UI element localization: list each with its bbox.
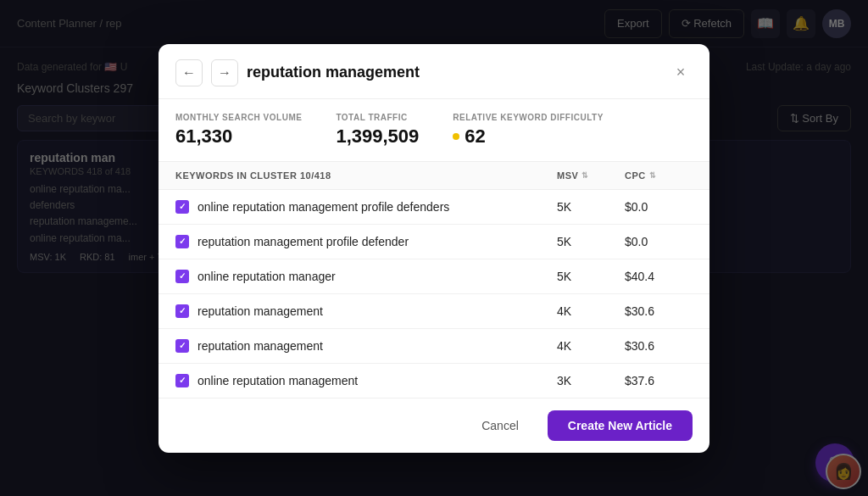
modal-title: reputation management [247,64,660,81]
msv-value: 61,330 [175,125,302,148]
keyword-text: online reputation management [198,374,358,387]
msv-label: MONTHLY SEARCH VOLUME [175,113,302,122]
table-row: online reputation management 3K $37.6 [159,364,709,398]
cpc-cell: $37.6 [625,374,693,387]
traffic-label: TOTAL TRAFFIC [336,113,419,122]
msv-cell: 5K [557,235,625,248]
table-header: KEYWORDS IN CLUSTER 10/418 MSV ⇅ CPC ⇅ [159,162,709,190]
msv-cell: 5K [557,200,625,214]
table-row: reputation management 4K $30.6 [159,329,709,364]
keyword-checkbox[interactable] [175,374,189,387]
table-body: online reputation management profile def… [159,190,709,398]
total-traffic-stat: TOTAL TRAFFIC 1,399,509 [336,113,419,148]
cpc-cell: $0.0 [625,200,693,214]
keyword-text: reputation management profile defender [198,235,409,248]
cpc-sort-arrows[interactable]: ⇅ [649,171,657,180]
keyword-text: online reputation management profile def… [198,200,449,214]
monthly-search-volume-stat: MONTHLY SEARCH VOLUME 61,330 [175,113,302,148]
msv-cell: 3K [557,374,625,387]
keyword-cell: reputation management profile defender [175,235,557,248]
cpc-cell: $0.0 [625,235,693,248]
cpc-cell: $30.6 [625,304,693,318]
table-row: reputation management profile defender 5… [159,225,709,259]
cancel-button[interactable]: Cancel [463,410,537,441]
cpc-cell: $30.6 [625,339,693,353]
traffic-value: 1,399,509 [336,125,419,148]
keyword-cell: online reputation management [175,374,557,387]
keyword-checkbox[interactable] [175,200,189,214]
create-article-button[interactable]: Create New Article [548,410,693,441]
keyword-cell: reputation management [175,339,557,353]
keyword-text: online reputation manager [198,270,336,283]
keyword-checkbox[interactable] [175,304,189,318]
msv-cell: 4K [557,304,625,318]
msv-cell: 5K [557,270,625,283]
keyword-column-header: KEYWORDS IN CLUSTER 10/418 [175,170,557,181]
keyword-checkbox[interactable] [175,339,189,353]
cpc-cell: $40.4 [625,270,693,283]
table-row: online reputation management profile def… [159,190,709,225]
modal-footer: Cancel Create New Article [159,398,709,453]
stats-row: MONTHLY SEARCH VOLUME 61,330 TOTAL TRAFF… [159,99,709,162]
rkd-value: 62 [453,125,604,148]
keyword-cell: online reputation manager [175,270,557,283]
msv-cell: 4K [557,339,625,353]
table-row: online reputation manager 5K $40.4 [159,259,709,294]
cpc-column-header: CPC ⇅ [625,170,693,181]
keyword-cell: online reputation management profile def… [175,200,557,214]
msv-sort-arrows[interactable]: ⇅ [581,171,589,180]
table-row: reputation management 4K $30.6 [159,294,709,329]
msv-column-header: MSV ⇅ [557,170,625,181]
close-button[interactable]: × [669,61,693,85]
keyword-checkbox[interactable] [175,235,189,248]
relative-difficulty-stat: RELATIVE KEYWORD DIFFICULTY 62 [453,113,604,148]
keyword-text: reputation management [198,339,323,353]
rkd-label: RELATIVE KEYWORD DIFFICULTY [453,113,604,122]
difficulty-dot [453,133,459,140]
keyword-cell: reputation management [175,304,557,318]
keyword-checkbox[interactable] [175,270,189,283]
keywords-table: KEYWORDS IN CLUSTER 10/418 MSV ⇅ CPC ⇅ o… [159,162,709,398]
modal-overlay: ← → reputation management × MONTHLY SEAR… [0,0,868,496]
modal-header: ← → reputation management × [159,44,709,99]
keyword-text: reputation management [198,304,323,318]
nav-back-button[interactable]: ← [175,59,203,86]
nav-forward-button[interactable]: → [211,59,238,86]
modal: ← → reputation management × MONTHLY SEAR… [159,44,709,453]
